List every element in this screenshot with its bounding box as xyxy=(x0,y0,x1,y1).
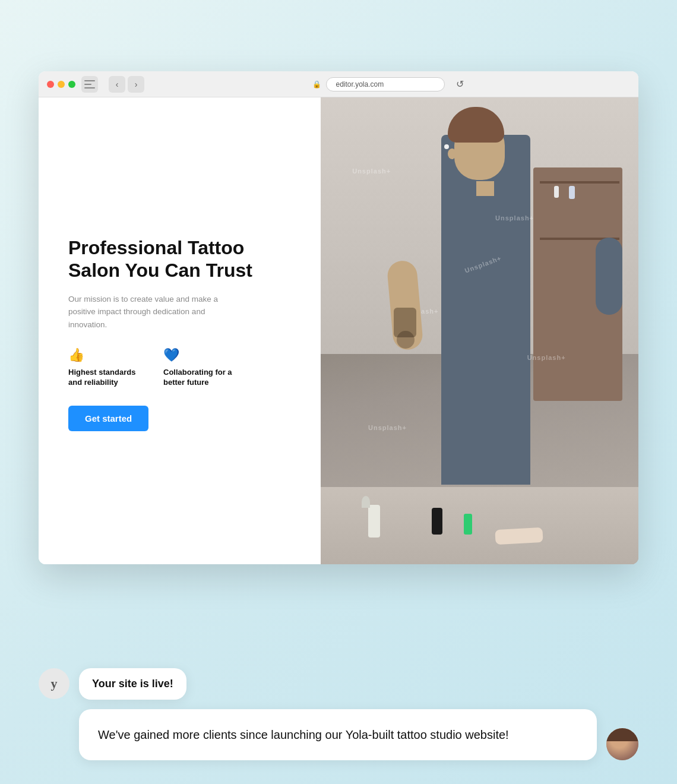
tattoo-artist-photo: Unsplash+ Unsplash+ Unsplash+ Unsplash+ … xyxy=(321,97,638,564)
reload-icon: ↺ xyxy=(456,78,464,90)
website-hero-left: Professional Tattoo Salon You Can Trust … xyxy=(39,97,321,564)
url-text: editor.yola.com xyxy=(336,80,384,88)
address-bar[interactable]: editor.yola.com xyxy=(326,77,445,91)
back-button[interactable]: ‹ xyxy=(109,76,125,93)
address-bar-wrapper: 🔒 editor.yola.com ↺ xyxy=(150,76,630,93)
maximize-button[interactable] xyxy=(68,81,75,88)
heart-icon: 💙 xyxy=(163,347,235,363)
browser-chrome: ‹ › 🔒 editor.yola.com ↺ xyxy=(39,71,638,97)
watermark-2: Unsplash+ xyxy=(495,214,534,222)
yola-avatar: y xyxy=(39,668,69,699)
watermark-5: Unsplash+ xyxy=(368,424,407,431)
browser-content: Professional Tattoo Salon You Can Trust … xyxy=(39,97,638,564)
forward-button[interactable]: › xyxy=(128,76,144,93)
svg-rect-0 xyxy=(84,80,95,81)
feature-label-1: Highest standards and reliability xyxy=(68,368,140,388)
hero-description: Our mission is to create value and make … xyxy=(68,293,235,331)
feature-label-2: Collaborating for a better future xyxy=(163,368,235,388)
forward-icon: › xyxy=(135,80,138,89)
watermark-4: Unsplash+ xyxy=(527,354,566,361)
yola-letter: y xyxy=(51,676,58,691)
browser-nav: ‹ › xyxy=(109,76,144,93)
chat-section: y Your site is live! We've gained more c… xyxy=(39,668,638,760)
get-started-button[interactable]: Get started xyxy=(68,406,148,431)
browser-window: ‹ › 🔒 editor.yola.com ↺ Professional Tat… xyxy=(39,71,638,564)
reload-button[interactable]: ↺ xyxy=(452,76,469,93)
watermark-1: Unsplash+ xyxy=(352,167,391,175)
user-avatar xyxy=(606,728,638,760)
back-icon: ‹ xyxy=(116,80,119,89)
sidebar-toggle-button[interactable] xyxy=(81,76,98,93)
svg-rect-1 xyxy=(84,84,91,85)
hero-title: Professional Tattoo Salon You Can Trust xyxy=(68,236,291,282)
chat-testimonial-bubble: We've gained more clients since launchin… xyxy=(79,709,597,760)
feature-item-2: 💙 Collaborating for a better future xyxy=(163,347,235,388)
chat-testimonial-row: We've gained more clients since launchin… xyxy=(39,709,638,760)
website-hero-image: Unsplash+ Unsplash+ Unsplash+ Unsplash+ … xyxy=(321,97,638,564)
svg-rect-2 xyxy=(84,87,95,88)
testimonial-text: We've gained more clients since launchin… xyxy=(98,728,509,741)
thumbsup-icon: 👍 xyxy=(68,347,140,363)
features-row: 👍 Highest standards and reliability 💙 Co… xyxy=(68,347,291,388)
avatar-hair xyxy=(606,728,638,741)
minimize-button[interactable] xyxy=(58,81,65,88)
close-button[interactable] xyxy=(47,81,54,88)
lock-icon: 🔒 xyxy=(312,80,321,88)
user-avatar-face xyxy=(606,728,638,760)
traffic-lights xyxy=(47,81,75,88)
live-message-text: Your site is live! xyxy=(92,678,173,690)
chat-live-row: y Your site is live! xyxy=(39,668,638,700)
chat-live-bubble: Your site is live! xyxy=(79,668,186,700)
feature-item-1: 👍 Highest standards and reliability xyxy=(68,347,140,388)
